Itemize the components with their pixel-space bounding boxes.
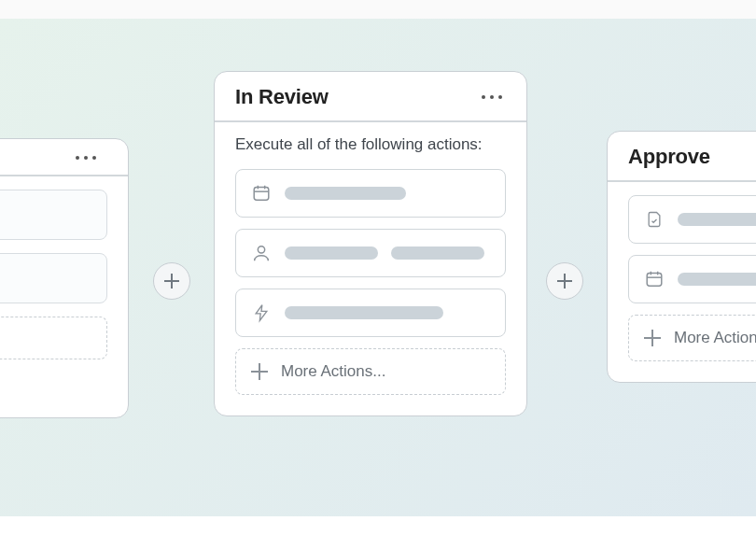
action-placeholder <box>678 273 756 286</box>
action-placeholder <box>285 246 378 260</box>
calendar-icon <box>644 269 665 289</box>
plus-icon <box>251 363 268 380</box>
stage-card-previous <box>0 138 129 418</box>
more-actions-label: More Action <box>674 329 756 347</box>
actions-label: Execute all of the following actions: <box>235 135 506 154</box>
svg-rect-5 <box>647 274 662 287</box>
svg-point-4 <box>258 246 264 253</box>
more-actions-button[interactable]: More Action <box>628 315 756 361</box>
action-row-automation[interactable] <box>235 289 506 337</box>
stage-title: In Review <box>235 85 329 109</box>
action-row-document[interactable] <box>628 195 756 244</box>
action-placeholder <box>391 246 484 260</box>
stage-card-in-review: In Review Execute all of the following a… <box>214 71 527 416</box>
stage-title: Approve <box>628 145 710 169</box>
add-stage-button[interactable] <box>153 262 190 300</box>
action-row-date[interactable] <box>235 169 506 218</box>
action-placeholder <box>285 306 443 319</box>
top-bar <box>0 0 756 19</box>
calendar-icon <box>251 183 272 204</box>
more-actions-button[interactable] <box>0 317 107 359</box>
card-menu-icon[interactable] <box>72 152 100 163</box>
action-placeholder <box>678 213 756 226</box>
more-actions-label: More Actions... <box>281 362 385 381</box>
action-row[interactable] <box>0 190 107 240</box>
action-row-person[interactable] <box>235 229 506 277</box>
add-stage-button[interactable] <box>546 262 583 300</box>
more-actions-button[interactable]: More Actions... <box>235 348 506 395</box>
plus-icon <box>557 274 572 289</box>
plus-icon <box>644 330 661 346</box>
svg-rect-0 <box>254 188 269 201</box>
lightning-icon <box>251 303 272 323</box>
person-icon <box>251 243 272 263</box>
bottom-bar <box>0 516 756 535</box>
document-check-icon <box>644 209 665 230</box>
action-row[interactable] <box>0 253 107 303</box>
stage-card-approve: Approve <box>607 131 756 383</box>
workflow-canvas[interactable]: In Review Execute all of the following a… <box>0 19 756 516</box>
card-menu-icon[interactable] <box>478 92 506 103</box>
action-row-date[interactable] <box>628 255 756 303</box>
plus-icon <box>164 274 179 289</box>
action-placeholder <box>285 187 406 200</box>
